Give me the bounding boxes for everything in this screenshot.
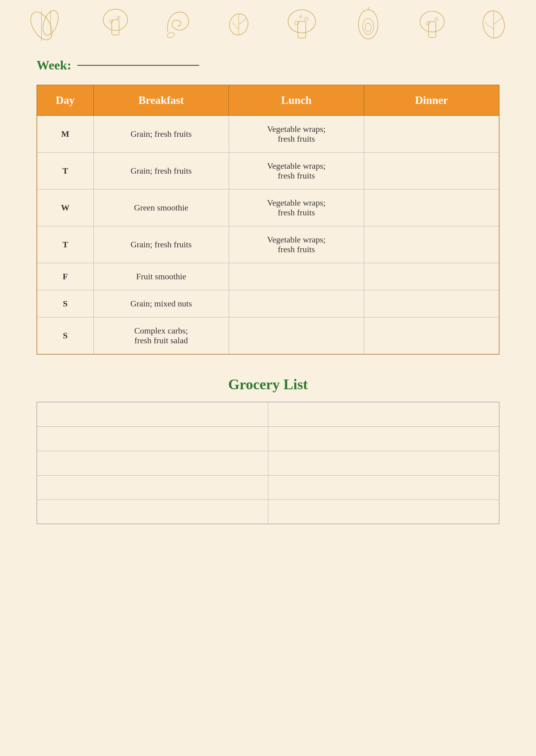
grocery-col1 bbox=[37, 475, 268, 499]
table-row: SGrain; mixed nuts bbox=[37, 290, 499, 317]
table-row: WGreen smoothieVegetable wraps;fresh fru… bbox=[37, 189, 499, 226]
svg-point-7 bbox=[117, 17, 120, 19]
deco-mushroom-1 bbox=[100, 6, 131, 43]
breakfast-cell: Green smoothie bbox=[93, 189, 229, 226]
grocery-col1 bbox=[37, 451, 268, 475]
deco-mushroom-3 bbox=[418, 7, 447, 42]
table-row: FFruit smoothie bbox=[37, 263, 499, 290]
grocery-col2 bbox=[268, 402, 499, 427]
table-row: TGrain; fresh fruitsVegetable wraps;fres… bbox=[37, 153, 499, 189]
grocery-col1 bbox=[37, 402, 268, 427]
grocery-col2 bbox=[268, 475, 499, 499]
table-header-row: Day Breakfast Lunch Dinner bbox=[37, 85, 499, 116]
svg-point-24 bbox=[435, 18, 438, 20]
svg-point-18 bbox=[365, 23, 371, 32]
lunch-cell bbox=[229, 263, 364, 290]
day-cell: W bbox=[37, 189, 93, 226]
breakfast-cell: Fruit smoothie bbox=[93, 263, 229, 290]
svg-rect-5 bbox=[112, 20, 119, 35]
day-cell: S bbox=[37, 317, 93, 355]
table-row: TGrain; fresh fruitsVegetable wraps;fres… bbox=[37, 226, 499, 263]
day-cell: F bbox=[37, 263, 93, 290]
day-cell: T bbox=[37, 153, 93, 189]
breakfast-cell: Grain; fresh fruits bbox=[93, 226, 229, 263]
deco-avocado-1 bbox=[353, 8, 384, 41]
grocery-col2 bbox=[268, 499, 499, 524]
deco-leaf-3 bbox=[481, 9, 507, 40]
grocery-col2 bbox=[268, 427, 499, 451]
svg-line-20 bbox=[368, 8, 370, 8]
grocery-row bbox=[37, 402, 499, 427]
svg-point-8 bbox=[167, 31, 175, 38]
deco-leaf-2 bbox=[227, 12, 251, 37]
lunch-cell: Vegetable wraps;fresh fruits bbox=[229, 226, 364, 263]
grocery-row bbox=[37, 475, 499, 499]
grocery-row bbox=[37, 499, 499, 524]
lunch-cell: Vegetable wraps;fresh fruits bbox=[229, 116, 364, 153]
grocery-col1 bbox=[37, 499, 268, 524]
dinner-cell bbox=[364, 153, 499, 189]
dinner-cell bbox=[364, 290, 499, 317]
day-cell: T bbox=[37, 226, 93, 263]
week-section: Week: bbox=[37, 58, 499, 73]
dinner-cell bbox=[364, 116, 499, 153]
header-lunch: Lunch bbox=[229, 85, 364, 116]
svg-point-17 bbox=[363, 18, 374, 34]
svg-rect-12 bbox=[298, 21, 306, 38]
day-cell: S bbox=[37, 290, 93, 317]
lunch-cell: Vegetable wraps;fresh fruits bbox=[229, 153, 364, 189]
meal-plan-table: Day Breakfast Lunch Dinner MGrain; fresh… bbox=[37, 85, 499, 355]
table-row: SComplex carbs;fresh fruit salad bbox=[37, 317, 499, 355]
dinner-cell bbox=[364, 263, 499, 290]
grocery-col1 bbox=[37, 427, 268, 451]
lunch-cell bbox=[229, 317, 364, 355]
top-decoration bbox=[0, 0, 536, 49]
breakfast-cell: Grain; fresh fruits bbox=[93, 116, 229, 153]
breakfast-cell: Grain; fresh fruits bbox=[93, 153, 229, 189]
svg-point-6 bbox=[109, 20, 113, 23]
main-content: Week: Day Breakfast Lunch Dinner MGrain;… bbox=[0, 49, 536, 542]
dinner-cell bbox=[364, 189, 499, 226]
grocery-list-table bbox=[37, 402, 499, 524]
grocery-row bbox=[37, 427, 499, 451]
lunch-cell bbox=[229, 290, 364, 317]
deco-leaf-1 bbox=[29, 5, 66, 44]
breakfast-cell: Complex carbs;fresh fruit salad bbox=[93, 317, 229, 355]
week-input-line bbox=[77, 65, 199, 66]
svg-point-15 bbox=[300, 16, 302, 18]
svg-point-23 bbox=[426, 22, 430, 25]
deco-snail-1 bbox=[165, 8, 192, 41]
dinner-cell bbox=[364, 317, 499, 355]
grocery-list-title: Grocery List bbox=[37, 376, 499, 393]
lunch-cell: Vegetable wraps;fresh fruits bbox=[229, 189, 364, 226]
deco-mushroom-2 bbox=[285, 6, 318, 43]
header-dinner: Dinner bbox=[364, 85, 499, 116]
header-day: Day bbox=[37, 85, 93, 116]
day-cell: M bbox=[37, 116, 93, 153]
grocery-col2 bbox=[268, 451, 499, 475]
grocery-row bbox=[37, 451, 499, 475]
breakfast-cell: Grain; mixed nuts bbox=[93, 290, 229, 317]
svg-point-14 bbox=[305, 17, 308, 20]
week-label: Week: bbox=[37, 58, 71, 73]
table-row: MGrain; fresh fruitsVegetable wraps;fres… bbox=[37, 116, 499, 153]
header-breakfast: Breakfast bbox=[93, 85, 229, 116]
dinner-cell bbox=[364, 226, 499, 263]
